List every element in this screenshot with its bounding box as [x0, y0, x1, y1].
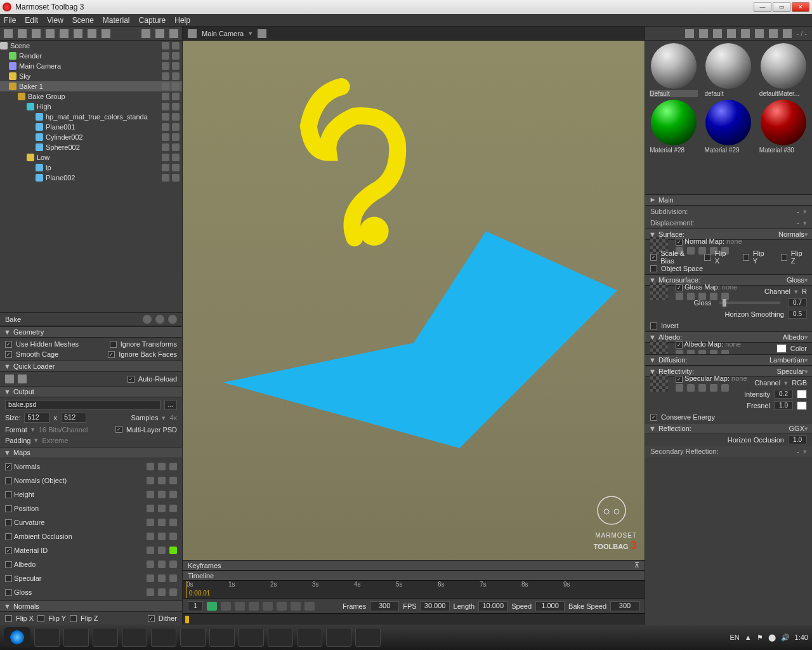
expand-icon[interactable]: ⊼	[634, 561, 639, 569]
intensity-value[interactable]: 0.2	[774, 390, 793, 399]
map-checkbox[interactable]: ✓	[5, 547, 12, 554]
edit-icon[interactable]	[147, 505, 154, 512]
map-checkbox[interactable]	[5, 589, 12, 596]
viewport-settings-icon[interactable]	[258, 29, 266, 38]
micro-mode[interactable]: Gloss	[787, 276, 804, 284]
lock-icon[interactable]	[162, 164, 169, 171]
edit-icon[interactable]	[147, 477, 154, 484]
dither-checkbox[interactable]: ✓	[148, 615, 155, 622]
grid-view-icon[interactable]	[713, 29, 722, 38]
maximize-button[interactable]: ▭	[773, 2, 790, 12]
lock-icon[interactable]	[162, 42, 169, 50]
ignore-transforms-checkbox[interactable]	[110, 341, 117, 348]
output-width-input[interactable]: 512	[24, 413, 49, 423]
visibility-icon[interactable]	[172, 83, 180, 90]
tree-row[interactable]: Render	[0, 51, 182, 61]
material-ball[interactable]	[705, 43, 751, 89]
menu-capture[interactable]: Capture	[139, 16, 166, 25]
ho-value[interactable]: 1.0	[788, 435, 807, 444]
material-ball[interactable]	[761, 43, 806, 89]
ignore-backfaces-checkbox[interactable]: ✓	[108, 351, 115, 358]
lock-icon[interactable]	[162, 62, 169, 70]
add-object-icon[interactable]	[4, 29, 13, 38]
lock-icon[interactable]	[162, 143, 169, 151]
hs-value[interactable]: 0.5	[788, 310, 807, 319]
preview-icon[interactable]	[158, 533, 166, 540]
dot-icon[interactable]	[169, 533, 177, 540]
main-header[interactable]: ▼Main	[645, 194, 812, 206]
map-checkbox[interactable]	[5, 575, 12, 582]
bake-refresh-icon[interactable]	[143, 315, 152, 324]
reflection-header[interactable]: ▼Reflection:GGX▾	[645, 423, 812, 434]
play-button[interactable]	[263, 602, 273, 611]
quickloader-header[interactable]: ▼Quick Loader	[0, 361, 182, 372]
scrub-handle[interactable]	[185, 616, 189, 623]
taskbar-app[interactable]	[34, 628, 60, 647]
tree-row[interactable]: lp	[0, 162, 182, 173]
map-checkbox[interactable]	[5, 477, 12, 484]
taskbar-app[interactable]	[151, 628, 176, 647]
bake-globe-icon[interactable]	[155, 315, 164, 324]
edit-icon[interactable]	[147, 519, 154, 526]
taskbar-app[interactable]	[355, 628, 381, 647]
secondary-reflection-row[interactable]: Secondary Reflection:-▾	[645, 446, 812, 457]
gloss-value[interactable]: 0.7	[788, 298, 807, 307]
visibility-icon[interactable]	[172, 133, 180, 141]
timeline-header[interactable]: Timeline	[183, 570, 645, 580]
lock-icon[interactable]	[162, 103, 169, 110]
map-checkbox[interactable]	[5, 491, 12, 498]
keyframes-header[interactable]: Keyframes⊼	[183, 560, 645, 570]
lock-icon[interactable]	[162, 123, 169, 131]
menu-help[interactable]: Help	[174, 16, 190, 25]
edit-icon[interactable]	[147, 463, 154, 470]
invert-checkbox[interactable]	[650, 322, 657, 329]
preview-icon[interactable]	[158, 574, 166, 582]
samples-value[interactable]: 4x	[169, 414, 177, 421]
delete-icon[interactable]	[169, 29, 178, 38]
taskbar-app[interactable]	[297, 628, 322, 647]
auto-reload-checkbox[interactable]: ✓	[128, 376, 134, 383]
material-ball[interactable]	[651, 100, 697, 145]
camera-dropdown[interactable]: Main Camera	[202, 30, 244, 37]
visibility-icon[interactable]	[172, 154, 180, 161]
fps-input[interactable]: 30.000	[421, 601, 450, 611]
lock-icon[interactable]	[162, 174, 169, 182]
folder-icon[interactable]	[141, 29, 150, 38]
add-camera-icon[interactable]	[32, 29, 41, 38]
preview-icon[interactable]	[158, 463, 166, 470]
material-ball[interactable]	[705, 100, 751, 145]
output-file-input[interactable]: bake.psd	[5, 400, 160, 410]
edit-icon[interactable]	[147, 533, 154, 540]
lock-icon[interactable]	[162, 154, 169, 161]
tree-row[interactable]: Main Camera	[0, 61, 182, 71]
visibility-icon[interactable]	[172, 62, 180, 70]
dot-icon[interactable]	[169, 463, 177, 470]
taskbar-app[interactable]	[122, 628, 147, 647]
visibility-icon[interactable]	[172, 52, 180, 60]
timeline-scrub[interactable]	[183, 613, 645, 625]
visibility-icon[interactable]	[172, 123, 180, 131]
add-shadow-icon[interactable]	[60, 29, 69, 38]
close-button[interactable]: ✕	[792, 2, 809, 12]
system-tray[interactable]: EN ▲⚑⬤🔊 1:40	[730, 633, 808, 642]
speed-input[interactable]: 1.000	[535, 601, 565, 611]
material-cell[interactable]: Material #30	[757, 100, 809, 154]
tree-row[interactable]: Baker 1	[0, 81, 182, 91]
edit-icon[interactable]	[147, 560, 154, 568]
gloss-slider[interactable]	[719, 302, 781, 304]
visibility-icon[interactable]	[172, 103, 180, 110]
menu-file[interactable]: File	[4, 16, 16, 25]
objectspace-checkbox[interactable]	[650, 265, 657, 272]
lock-icon[interactable]	[162, 113, 169, 121]
visibility-icon[interactable]	[172, 164, 180, 171]
link-material-icon[interactable]	[755, 29, 764, 38]
edit-icon[interactable]	[147, 491, 154, 498]
tree-row[interactable]: Cylinder002	[0, 132, 182, 142]
taskbar-app[interactable]	[180, 628, 206, 647]
visibility-icon[interactable]	[172, 113, 180, 121]
step-fwd-button[interactable]	[277, 602, 287, 611]
dot-icon[interactable]	[169, 491, 177, 498]
map-checkbox[interactable]	[5, 505, 12, 512]
menu-material[interactable]: Material	[103, 16, 130, 25]
visibility-icon[interactable]	[172, 93, 180, 100]
